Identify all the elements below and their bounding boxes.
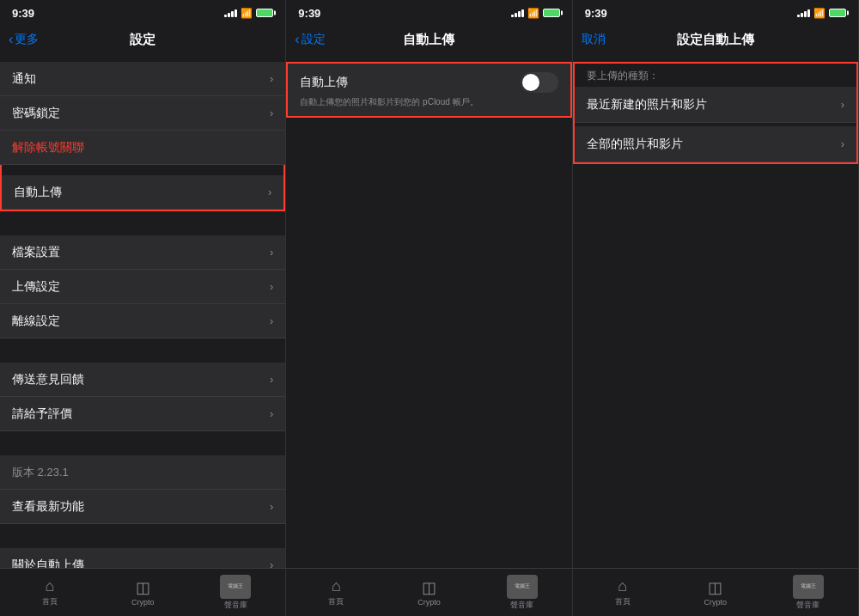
back-arrow-1: ‹ [9, 32, 13, 47]
gap-1e [0, 431, 285, 455]
item-label: 檔案設置 [12, 245, 60, 260]
list-item[interactable]: 通知 › [0, 62, 285, 96]
status-icons-3: 📶 [797, 8, 846, 19]
chevron-icon: › [841, 98, 844, 111]
list-item[interactable]: 傳送意見回饋 › [0, 363, 285, 397]
home-icon-1: ⌂ [46, 577, 55, 595]
tab-music-1[interactable]: 電腦王 聲音庫 [189, 575, 282, 611]
crypto-icon-1: ◫ [136, 578, 150, 597]
status-time-3: 9:39 [585, 7, 607, 20]
chevron-icon: › [268, 186, 271, 198]
type-section-label: 要上傳的種類： [575, 64, 856, 87]
status-icons-2: 📶 [511, 8, 560, 19]
cancel-button-3[interactable]: 取消 [582, 32, 606, 47]
tab-label-home-3: 首頁 [615, 596, 631, 607]
signal-icon-1 [224, 9, 237, 17]
tab-label-music-1: 聲音庫 [224, 600, 247, 611]
tab-label-crypto-2: Crypto [417, 598, 441, 607]
tab-home-3[interactable]: ⌂ 首頁 [576, 577, 669, 607]
list-item[interactable]: 上傳設定 › [0, 270, 285, 304]
list-item[interactable]: 解除帳號關聯 [0, 131, 285, 165]
gap-1d [0, 338, 285, 363]
chevron-icon: › [270, 280, 273, 293]
gap-1f [0, 524, 285, 548]
section-4: 傳送意見回饋 › 請給予評價 › [0, 363, 285, 431]
tab-crypto-2[interactable]: ◫ Crypto [382, 578, 475, 607]
section-1: 通知 › 密碼鎖定 › 解除帳號關聯 [0, 62, 285, 165]
phone-1: 9:39 📶 ‹ 更多 設定 通知 › [0, 0, 286, 616]
chevron-icon: › [270, 107, 273, 119]
item-label: 最近新建的照片和影片 [587, 97, 707, 113]
item-label: 自動上傳 [14, 185, 62, 200]
item-label: 傳送意見回饋 [12, 372, 84, 387]
status-icons-1: 📶 [224, 8, 273, 19]
list-item[interactable]: 檔案設置 › [0, 235, 285, 270]
chevron-icon: › [270, 500, 273, 513]
tab-music-2[interactable]: 電腦王 聲音庫 [476, 575, 569, 611]
chevron-icon: › [270, 72, 273, 85]
crypto-icon-3: ◫ [708, 578, 722, 597]
auto-upload-label: 自動上傳 [300, 75, 348, 90]
list-item[interactable]: 請給予評價 › [0, 397, 285, 431]
gap-1c [0, 211, 285, 235]
item-label: 上傳設定 [12, 279, 60, 295]
nav-title-3: 設定自動上傳 [677, 32, 754, 48]
back-label-2: 設定 [302, 32, 326, 47]
auto-upload-row: 自動上傳 [300, 72, 557, 93]
signal-icon-3 [797, 9, 810, 17]
item-label: 查看最新功能 [12, 499, 84, 515]
battery-icon-2 [543, 9, 560, 17]
chevron-icon: › [270, 407, 273, 420]
tab-bar-3: ⌂ 首頁 ◫ Crypto 電腦王 聲音庫 [573, 568, 858, 616]
auto-upload-toggle[interactable] [521, 72, 558, 93]
item-label-red: 解除帳號關聯 [12, 140, 84, 156]
toggle-thumb [522, 74, 539, 91]
nav-bar-1: ‹ 更多 設定 [0, 24, 285, 55]
list-item[interactable]: 全部的照片和影片 › [575, 126, 856, 162]
chevron-icon: › [270, 314, 273, 327]
wifi-icon-1: 📶 [241, 8, 253, 19]
list-item[interactable]: 自動上傳 › [2, 175, 283, 210]
nav-title-1: 設定 [130, 32, 155, 48]
status-bar-1: 9:39 📶 [0, 0, 285, 24]
list-item[interactable]: 離線設定 › [0, 304, 285, 338]
battery-icon-3 [829, 9, 846, 17]
tab-label-crypto-3: Crypto [704, 598, 728, 607]
gap-3a [573, 55, 858, 62]
type-section-highlighted: 要上傳的種類： 最近新建的照片和影片 › 全部的照片和影片 › [573, 62, 858, 164]
wifi-icon-2: 📶 [527, 8, 539, 19]
list-item[interactable]: 最近新建的照片和影片 › [575, 87, 856, 123]
section-5: 版本 2.23.1 查看最新功能 › [0, 455, 285, 524]
version-label: 版本 2.23.1 [12, 465, 69, 480]
tab-label-crypto-1: Crypto [131, 598, 155, 607]
status-time-1: 9:39 [12, 7, 34, 20]
list-item[interactable]: 關於自動上傳 › [0, 548, 285, 568]
tab-crypto-1[interactable]: ◫ Crypto [96, 578, 189, 607]
watermark-3: 電腦王 [793, 575, 824, 599]
tab-label-home-2: 首頁 [328, 596, 344, 607]
tab-label-home-1: 首頁 [42, 596, 58, 607]
item-label: 離線設定 [12, 314, 60, 329]
tab-label-music-2: 聲音庫 [510, 600, 533, 611]
list-item[interactable]: 查看最新功能 › [0, 490, 285, 524]
tab-home-2[interactable]: ⌂ 首頁 [289, 577, 382, 607]
tab-home-1[interactable]: ⌂ 首頁 [3, 577, 96, 607]
tab-crypto-3[interactable]: ◫ Crypto [669, 578, 762, 607]
home-icon-2: ⌂ [332, 577, 341, 595]
tab-music-3[interactable]: 電腦王 聲音庫 [762, 575, 855, 611]
home-icon-3: ⌂ [618, 577, 627, 595]
watermark-2: 電腦王 [507, 575, 538, 599]
chevron-icon: › [841, 137, 844, 150]
auto-upload-item: 自動上傳 自動上傳您的照片和影片到您的 pCloud 帳戶。 [288, 64, 570, 116]
back-button-1[interactable]: ‹ 更多 [9, 32, 39, 47]
list-item[interactable]: 密碼鎖定 › [0, 96, 285, 131]
auto-upload-desc: 自動上傳您的照片和影片到您的 pCloud 帳戶。 [300, 96, 557, 107]
content-1: 通知 › 密碼鎖定 › 解除帳號關聯 自動上傳 › 檔案設置 › [0, 55, 285, 568]
signal-icon-2 [511, 9, 524, 17]
nav-title-2: 自動上傳 [403, 32, 454, 48]
list-item: 版本 2.23.1 [0, 455, 285, 490]
back-button-2[interactable]: ‹ 設定 [295, 32, 325, 47]
content-2: 自動上傳 自動上傳您的照片和影片到您的 pCloud 帳戶。 [286, 55, 571, 568]
nav-bar-2: ‹ 設定 自動上傳 [286, 24, 571, 55]
tab-label-music-3: 聲音庫 [796, 600, 819, 611]
